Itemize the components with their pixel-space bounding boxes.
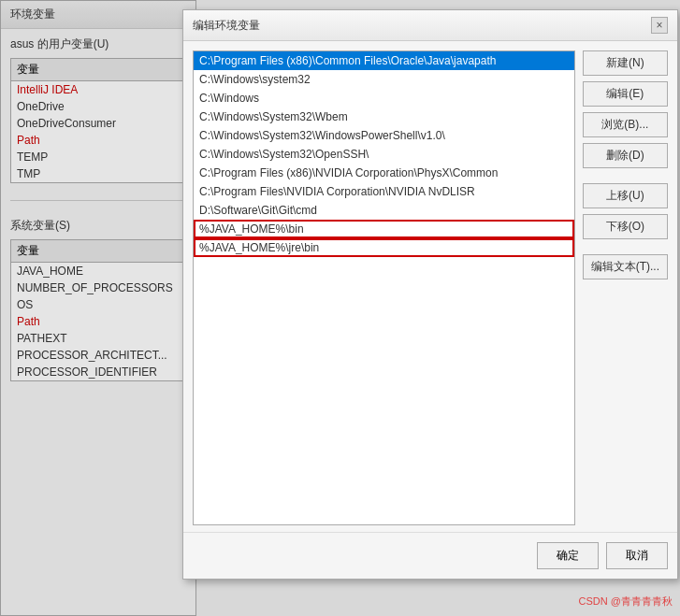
path-item-6[interactable]: C:\Program Files (x86)\NVIDIA Corporatio… [194, 164, 574, 182]
path-item-9[interactable]: %JAVA_HOME%\bin [194, 220, 574, 238]
path-item-4[interactable]: C:\Windows\System32\WindowsPowerShell\v1… [194, 126, 574, 145]
path-item-3[interactable]: C:\Windows\System32\Wbem [194, 107, 574, 126]
path-item-2[interactable]: C:\Windows [194, 89, 574, 107]
delete-button[interactable]: 删除(D) [583, 143, 668, 168]
path-item-0[interactable]: C:\Program Files (x86)\Common Files\Orac… [194, 51, 574, 70]
watermark: CSDN @青青青青秋 [579, 595, 673, 609]
modal-body: C:\Program Files (x86)\Common Files\Orac… [183, 41, 677, 535]
edit-env-dialog: 编辑环境变量 × C:\Program Files (x86)\Common F… [182, 9, 678, 580]
path-item-7[interactable]: C:\Program Files\NVIDIA Corporation\NVID… [194, 182, 574, 201]
path-item-8[interactable]: D:\Software\Git\Git\cmd [194, 201, 574, 220]
browse-button[interactable]: 浏览(B)... [583, 112, 668, 137]
modal-title: 编辑环境变量 [193, 18, 260, 34]
path-list[interactable]: C:\Program Files (x86)\Common Files\Orac… [193, 50, 575, 525]
move-down-button[interactable]: 下移(O) [583, 214, 668, 239]
modal-footer: 确定 取消 [183, 532, 677, 579]
modal-overlay: 编辑环境变量 × C:\Program Files (x86)\Common F… [0, 0, 680, 616]
new-button[interactable]: 新建(N) [583, 50, 668, 76]
modal-title-bar: 编辑环境变量 × [183, 10, 677, 41]
modal-close-button[interactable]: × [651, 17, 668, 34]
edit-button[interactable]: 编辑(E) [583, 81, 668, 107]
modal-cancel-button[interactable]: 取消 [606, 542, 668, 569]
edit-text-button[interactable]: 编辑文本(T)... [583, 254, 668, 279]
path-item-1[interactable]: C:\Windows\system32 [194, 70, 574, 89]
action-buttons: 新建(N) 编辑(E) 浏览(B)... 删除(D) 上移(U) 下移(O) 编… [583, 50, 668, 525]
modal-confirm-button[interactable]: 确定 [537, 542, 599, 569]
move-up-button[interactable]: 上移(U) [583, 183, 668, 208]
path-item-10[interactable]: %JAVA_HOME%\jre\bin [194, 238, 574, 257]
path-item-5[interactable]: C:\Windows\System32\OpenSSH\ [194, 145, 574, 164]
